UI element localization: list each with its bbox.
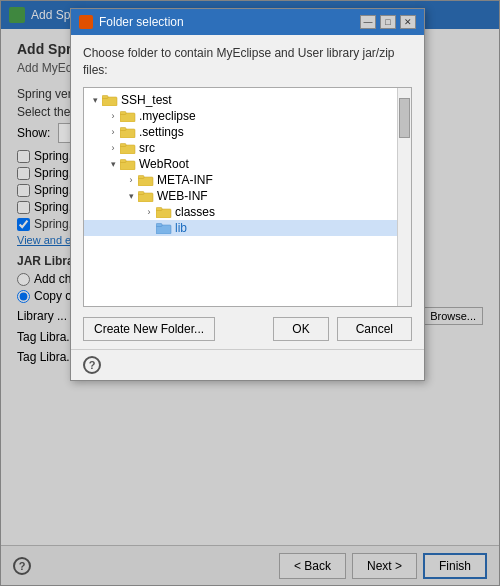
tree-scrollbar-thumb[interactable] (399, 98, 410, 138)
dialog-help-icon[interactable]: ? (83, 356, 101, 374)
arrow-ssh_test: ▾ (88, 95, 102, 105)
folder-open-icon-ssh_test (102, 94, 118, 106)
dialog-prompt: Choose folder to contain MyEclipse and U… (83, 45, 412, 79)
minimize-button[interactable]: — (360, 15, 376, 29)
arrow-settings: › (106, 127, 120, 137)
dialog-icon (79, 15, 93, 29)
folder-tree-container[interactable]: ▾ SSH_test › (83, 87, 412, 307)
tree-label-classes: classes (175, 205, 215, 219)
folder-selection-dialog: Folder selection — □ ✕ Choose folder to … (70, 8, 425, 381)
folder-icon-myeclipse (120, 110, 136, 122)
ok-button[interactable]: OK (273, 317, 328, 341)
tree-label-ssh_test: SSH_test (121, 93, 172, 107)
arrow-web_inf: ▾ (124, 191, 138, 201)
dialog-help-row: ? (71, 349, 424, 380)
tree-item-ssh_test[interactable]: ▾ SSH_test (84, 92, 397, 108)
create-new-folder-button[interactable]: Create New Folder... (83, 317, 215, 341)
dialog-title: Folder selection (99, 15, 184, 29)
tree-label-meta_inf: META-INF (157, 173, 213, 187)
tree-label-webroot: WebRoot (139, 157, 189, 171)
folder-icon-classes (156, 206, 172, 218)
folder-icon-lib (156, 222, 172, 234)
tree-label-web_inf: WEB-INF (157, 189, 208, 203)
tree-label-lib: lib (175, 221, 187, 235)
arrow-webroot: ▾ (106, 159, 120, 169)
tree-item-lib[interactable]: lib (84, 220, 397, 236)
svg-rect-11 (138, 175, 144, 178)
svg-rect-9 (120, 159, 126, 162)
svg-rect-5 (120, 127, 126, 130)
tree-item-meta_inf[interactable]: › META-INF (84, 172, 397, 188)
arrow-classes: › (142, 207, 156, 217)
svg-rect-1 (102, 95, 108, 98)
svg-rect-17 (156, 223, 162, 226)
tree-item-src[interactable]: › src (84, 140, 397, 156)
svg-rect-7 (120, 143, 126, 146)
tree-scrollbar[interactable] (397, 88, 411, 306)
close-button[interactable]: ✕ (400, 15, 416, 29)
dialog-title-left: Folder selection (79, 15, 184, 29)
svg-rect-15 (156, 207, 162, 210)
tree-item-webroot[interactable]: ▾ WebRoot (84, 156, 397, 172)
maximize-button[interactable]: □ (380, 15, 396, 29)
arrow-src: › (106, 143, 120, 153)
svg-rect-3 (120, 111, 126, 114)
tree-item-settings[interactable]: › .settings (84, 124, 397, 140)
tree-label-myeclipse: .myeclipse (139, 109, 196, 123)
folder-icon-src (120, 142, 136, 154)
dialog-button-row: Create New Folder... OK Cancel (83, 317, 412, 341)
tree-label-settings: .settings (139, 125, 184, 139)
tree-item-classes[interactable]: › classes (84, 204, 397, 220)
dialog-controls: — □ ✕ (360, 15, 416, 29)
cancel-button[interactable]: Cancel (337, 317, 412, 341)
folder-icon-meta_inf (138, 174, 154, 186)
arrow-meta_inf: › (124, 175, 138, 185)
arrow-myeclipse: › (106, 111, 120, 121)
dialog-body: Choose folder to contain MyEclipse and U… (71, 35, 424, 349)
tree-item-myeclipse[interactable]: › .myeclipse (84, 108, 397, 124)
tree-label-src: src (139, 141, 155, 155)
folder-open-icon-webroot (120, 158, 136, 170)
tree-item-web_inf[interactable]: ▾ WEB-INF (84, 188, 397, 204)
dialog-titlebar: Folder selection — □ ✕ (71, 9, 424, 35)
folder-tree: ▾ SSH_test › (84, 88, 411, 240)
folder-open-icon-web_inf (138, 190, 154, 202)
svg-rect-13 (138, 191, 144, 194)
folder-icon-settings (120, 126, 136, 138)
